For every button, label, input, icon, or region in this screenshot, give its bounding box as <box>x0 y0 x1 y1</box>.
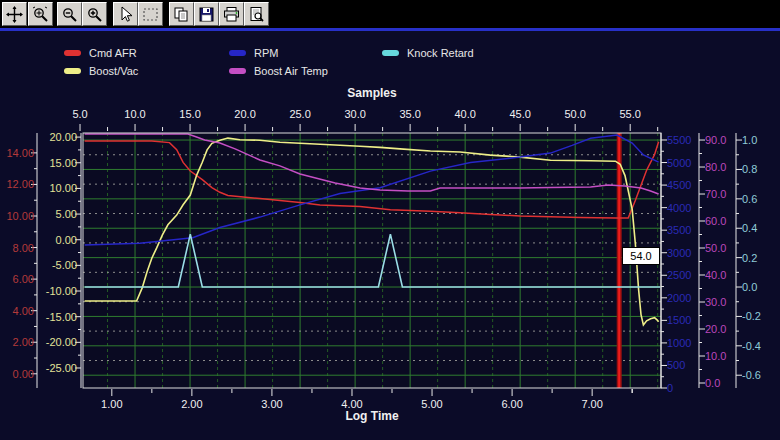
svg-text:0: 0 <box>667 382 673 394</box>
svg-text:2000: 2000 <box>667 292 691 304</box>
svg-text:1.0: 1.0 <box>742 134 757 146</box>
svg-text:20.0: 20.0 <box>705 323 726 335</box>
svg-text:10.0: 10.0 <box>705 350 726 362</box>
svg-text:7.00: 7.00 <box>581 398 602 410</box>
svg-text:-10.00: -10.00 <box>46 285 77 297</box>
svg-text:3000: 3000 <box>667 247 691 259</box>
svg-text:30.0: 30.0 <box>705 296 726 308</box>
log-viewer-window: Cmd AFR Boost/Vac RPM Boost Air Temp Kno… <box>0 0 780 440</box>
svg-text:5.00: 5.00 <box>56 208 77 220</box>
svg-text:4500: 4500 <box>667 179 691 191</box>
cursor-value: 54.0 <box>630 250 651 262</box>
svg-text:2.00: 2.00 <box>13 336 34 348</box>
svg-text:2500: 2500 <box>667 269 691 281</box>
svg-text:50.0: 50.0 <box>564 108 585 120</box>
svg-text:30.0: 30.0 <box>344 108 365 120</box>
svg-text:10.00: 10.00 <box>49 182 77 194</box>
svg-text:15.0: 15.0 <box>179 108 200 120</box>
svg-text:12.00: 12.00 <box>6 178 34 190</box>
svg-text:-20.00: -20.00 <box>46 336 77 348</box>
svg-text:90.0: 90.0 <box>705 134 726 146</box>
svg-text:4.00: 4.00 <box>341 398 362 410</box>
svg-text:6.00: 6.00 <box>501 398 522 410</box>
svg-text:20.00: 20.00 <box>49 131 77 143</box>
svg-text:5.0: 5.0 <box>72 108 87 120</box>
svg-text:0.00: 0.00 <box>56 234 77 246</box>
svg-text:1.00: 1.00 <box>101 398 122 410</box>
svg-text:1000: 1000 <box>667 337 691 349</box>
svg-text:-25.00: -25.00 <box>46 362 77 374</box>
svg-text:35.0: 35.0 <box>399 108 420 120</box>
svg-text:20.0: 20.0 <box>234 108 255 120</box>
svg-text:60.0: 60.0 <box>705 215 726 227</box>
svg-text:2.00: 2.00 <box>181 398 202 410</box>
svg-text:0.0: 0.0 <box>742 281 757 293</box>
svg-text:10.0: 10.0 <box>124 108 145 120</box>
svg-text:14.00: 14.00 <box>6 147 34 159</box>
svg-text:4.00: 4.00 <box>13 305 34 317</box>
svg-text:80.0: 80.0 <box>705 161 726 173</box>
svg-text:3.00: 3.00 <box>261 398 282 410</box>
svg-text:40.0: 40.0 <box>454 108 475 120</box>
svg-text:5000: 5000 <box>667 157 691 169</box>
svg-text:50.0: 50.0 <box>705 242 726 254</box>
svg-text:1500: 1500 <box>667 314 691 326</box>
cursor-value-box[interactable]: 54.0 <box>622 247 660 265</box>
svg-text:-0.4: -0.4 <box>742 340 761 352</box>
svg-text:25.0: 25.0 <box>289 108 310 120</box>
svg-text:0.2: 0.2 <box>742 252 757 264</box>
svg-text:500: 500 <box>667 359 685 371</box>
svg-text:70.0: 70.0 <box>705 188 726 200</box>
svg-text:0.6: 0.6 <box>742 193 757 205</box>
svg-text:45.0: 45.0 <box>509 108 530 120</box>
svg-text:0.4: 0.4 <box>742 222 757 234</box>
svg-text:-15.00: -15.00 <box>46 311 77 323</box>
svg-text:0.8: 0.8 <box>742 163 757 175</box>
svg-text:-5.00: -5.00 <box>52 259 77 271</box>
plot-area[interactable]: 5.010.015.020.025.030.035.040.045.050.05… <box>0 0 780 440</box>
svg-text:40.0: 40.0 <box>705 269 726 281</box>
svg-text:-0.6: -0.6 <box>742 369 761 381</box>
svg-text:6.00: 6.00 <box>13 273 34 285</box>
svg-text:0.00: 0.00 <box>13 368 34 380</box>
svg-text:55.0: 55.0 <box>619 108 640 120</box>
svg-text:10.00: 10.00 <box>6 210 34 222</box>
svg-text:8.00: 8.00 <box>13 242 34 254</box>
svg-text:4000: 4000 <box>667 202 691 214</box>
svg-text:15.00: 15.00 <box>49 157 77 169</box>
svg-text:0.0: 0.0 <box>705 377 720 389</box>
svg-text:-0.2: -0.2 <box>742 310 761 322</box>
svg-text:5.00: 5.00 <box>421 398 442 410</box>
svg-text:3500: 3500 <box>667 224 691 236</box>
svg-text:5500: 5500 <box>667 134 691 146</box>
